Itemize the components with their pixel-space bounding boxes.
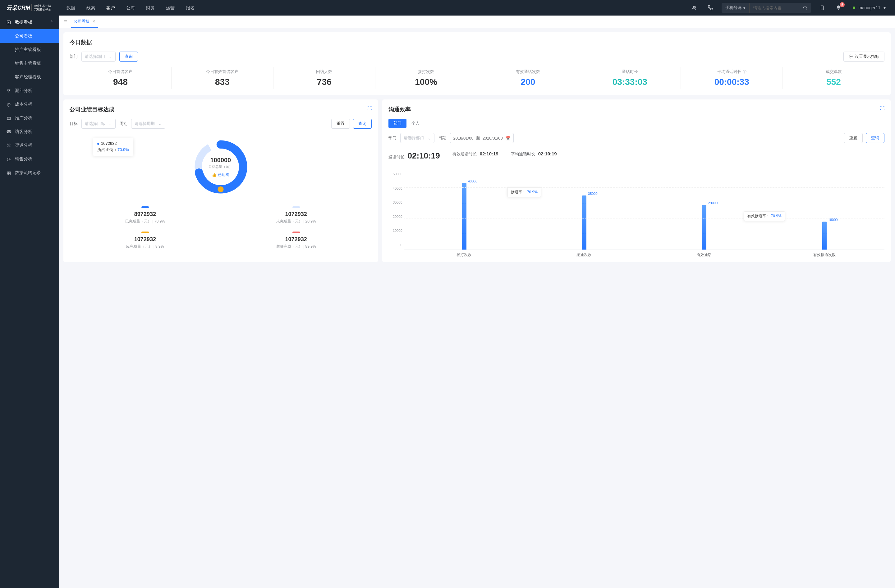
legend-item: 1072932应完成量（元） | 8.9% — [70, 228, 221, 253]
query-button[interactable]: 查询 — [353, 119, 372, 129]
sidebar-item[interactable]: ▤推广分析 — [0, 111, 59, 125]
logo-tagline: 教育机构一站 式服务云平台 — [31, 5, 51, 11]
sidebar-sub-item[interactable]: 公司看板 — [0, 29, 59, 43]
tabs-bar: ☰ 公司看板 ✕ — [59, 15, 895, 28]
topnav-item[interactable]: 财务 — [141, 0, 160, 15]
menu-icon: ⧩ — [6, 88, 11, 93]
date-range-picker[interactable]: 2018/01/08 至 2018/01/08 📅 — [450, 133, 514, 143]
chevron-down-icon: ▾ — [743, 6, 746, 10]
chevron-up-icon: ˄ — [51, 20, 53, 25]
segment-tab[interactable]: 个人 — [407, 119, 425, 128]
notification-badge: 5 — [840, 2, 845, 7]
info-icon: ⓘ — [743, 69, 746, 74]
stats-row: 今日首咨客户948今日有效首咨客户833回访人数736拨打次数100%有效通话次… — [70, 67, 884, 89]
sidebar-item[interactable]: ☎访客分析 — [0, 125, 59, 139]
bar-column: 35000 — [524, 172, 644, 250]
tab-company-dashboard[interactable]: 公司看板 ✕ — [71, 15, 98, 28]
expand-icon[interactable]: ⛶ — [367, 106, 372, 111]
bar-column: 29000 — [644, 172, 764, 250]
search-type-select[interactable]: 手机号码▾ — [722, 3, 749, 13]
bar-chart: 50000400003000020000100000 4300035000290… — [388, 169, 884, 256]
mobile-icon[interactable] — [817, 3, 827, 13]
topnav-item[interactable]: 线索 — [81, 0, 101, 15]
metric-item: 通话时长02:10:19 — [388, 151, 440, 161]
sidebar-item[interactable]: ⧩漏斗分析 — [0, 84, 59, 98]
logo-text: 云朵CRM — [6, 4, 30, 12]
sidebar-sub-item[interactable]: 推广主管看板 — [0, 43, 59, 56]
search-input[interactable] — [749, 3, 799, 13]
sidebar: 数据看板 ˄ 公司看板推广主管看板销售主管看板客户经理看板 ⧩漏斗分析◷成本分析… — [0, 15, 59, 588]
comm-efficiency-card: ⛶ 沟通效率 部门个人 部门 请选择部门⌄ 日期 2018/01/08 至 20… — [382, 100, 890, 262]
search-button[interactable] — [799, 3, 811, 13]
user-menu[interactable]: manager11 ▾ — [849, 5, 889, 10]
phone-icon[interactable] — [705, 3, 715, 13]
calendar-icon: 📅 — [505, 136, 510, 141]
menu-icon: ◎ — [6, 157, 11, 162]
settings-metrics-button[interactable]: 设置显示指标 — [843, 52, 884, 62]
topnav-item[interactable]: 数据 — [61, 0, 81, 15]
donut-tooltip: 1072932 所占比例：70.9% — [93, 138, 133, 156]
thumbs-up-icon: 👍 — [212, 173, 217, 177]
menu-toggle-icon[interactable]: ☰ — [64, 19, 67, 24]
bell-icon[interactable]: 5 — [833, 3, 843, 13]
top-nav: 数据线索客户公海财务运营报名 — [61, 0, 200, 15]
target-select[interactable]: 请选择目标⌄ — [82, 119, 115, 129]
chevron-down-icon: ⌄ — [428, 136, 431, 141]
stat-item: 拨打次数100% — [375, 67, 477, 89]
query-button[interactable]: 查询 — [866, 133, 884, 143]
svg-point-9 — [217, 186, 223, 192]
dept-label: 部门 — [70, 54, 78, 59]
stat-item: 今日有效首咨客户833 — [171, 67, 273, 89]
menu-icon: ☎ — [6, 129, 11, 134]
expand-icon[interactable]: ⛶ — [880, 106, 884, 111]
chart-annotation: 有效接通率：70.9% — [744, 211, 785, 221]
topbar: 云朵CRM 教育机构一站 式服务云平台 数据线索客户公海财务运营报名 手机号码▾… — [0, 0, 895, 15]
chevron-down-icon: ▾ — [883, 5, 886, 10]
status-dot — [853, 6, 855, 9]
card-title: 今日数据 — [70, 39, 884, 46]
topnav-item[interactable]: 客户 — [101, 0, 121, 15]
dashboard-icon — [6, 20, 11, 25]
sidebar-item[interactable]: ⌘渠道分析 — [0, 139, 59, 152]
logo: 云朵CRM 教育机构一站 式服务云平台 — [6, 4, 51, 12]
sidebar-sub-item[interactable]: 销售主管看板 — [0, 56, 59, 70]
menu-icon: ▤ — [6, 116, 11, 121]
donut-center: 100000 目标总量（元） 👍已达成 — [209, 157, 232, 177]
svg-point-1 — [804, 6, 806, 9]
chevron-down-icon: ⌄ — [109, 121, 112, 126]
metric-item: 平均通话时长02:10:19 — [511, 151, 557, 161]
dept-select[interactable]: 请选择部门⌄ — [82, 52, 115, 62]
sidebar-item[interactable]: ◷成本分析 — [0, 98, 59, 111]
close-icon[interactable]: ✕ — [92, 19, 96, 24]
topnav-item[interactable]: 公海 — [121, 0, 141, 15]
segment-tab[interactable]: 部门 — [388, 119, 407, 128]
today-data-card: 今日数据 部门 请选择部门⌄ 查询 设置显示指标 今日首咨客户948今日有效首咨… — [64, 32, 890, 95]
chevron-down-icon: ⌄ — [158, 121, 162, 126]
dept-select[interactable]: 请选择部门⌄ — [400, 133, 434, 143]
sidebar-group-dashboard[interactable]: 数据看板 ˄ — [0, 15, 59, 29]
menu-icon: ◷ — [6, 102, 11, 107]
period-select[interactable]: 请选择周期⌄ — [131, 119, 165, 129]
legend-item: 1072932超额完成（元） | 89.9% — [221, 228, 372, 253]
chart-annotation: 接通率：70.9% — [507, 187, 541, 197]
reset-button[interactable]: 重置 — [331, 119, 350, 129]
segment-tabs: 部门个人 — [388, 119, 884, 128]
topnav-item[interactable]: 运营 — [160, 0, 180, 15]
metric-item: 有效通话时长02:10:19 — [452, 151, 499, 161]
topnav-item[interactable]: 报名 — [180, 0, 200, 15]
sidebar-sub-item[interactable]: 客户经理看板 — [0, 70, 59, 84]
card-title: 公司业绩目标达成 — [70, 106, 372, 113]
search-box: 手机号码▾ — [722, 3, 811, 13]
svg-point-5 — [850, 56, 851, 57]
sidebar-item[interactable]: ◎销售分析 — [0, 152, 59, 166]
gear-icon — [849, 55, 853, 59]
svg-point-0 — [693, 6, 695, 8]
goal-card: ⛶ 公司业绩目标达成 目标 请选择目标⌄ 周期 请选择周期⌄ 重置 查询 — [64, 100, 378, 262]
sidebar-item[interactable]: ▦数据流转记录 — [0, 166, 59, 180]
reset-button[interactable]: 重置 — [844, 133, 863, 143]
stat-item: 今日首咨客户948 — [70, 67, 171, 89]
add-user-icon[interactable] — [689, 3, 699, 13]
query-button[interactable]: 查询 — [119, 52, 138, 62]
legend-item: 1072932未完成量（元） | 20.9% — [221, 203, 372, 228]
stat-item: 回访人数736 — [273, 67, 375, 89]
